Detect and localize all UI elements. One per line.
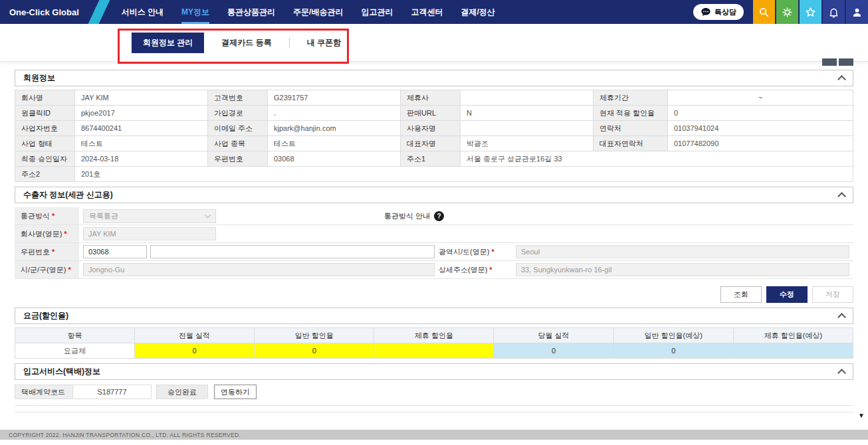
column-header: 제휴 할인율	[374, 328, 494, 343]
nav-item-2[interactable]: MY정보	[181, 0, 209, 24]
field-label: 사업 종목	[208, 136, 268, 151]
field-value: kjpark@hanjin.com	[268, 121, 401, 136]
exporter-info-header: 수출자 정보(세관 신고용)	[15, 187, 853, 203]
field-value: JAY KIM	[75, 90, 208, 106]
mini-toolbar	[822, 58, 853, 66]
inbound-service-panel: 입고서비스(택배)정보 택배계약코드 S187777 승인완료 연동하기	[15, 363, 853, 412]
approval-status-badge: 승인완료	[156, 385, 208, 399]
column-header: 당월 실적	[494, 328, 613, 343]
save-button[interactable]: 저장	[812, 286, 853, 303]
settings-button[interactable]	[776, 0, 798, 24]
brand-accent-slash	[88, 0, 110, 24]
field-value: 서울 종로구 성균관로16길 33	[461, 151, 853, 167]
search-button[interactable]	[753, 0, 775, 24]
fee-info-panel: 요금(할인율) 항목전월 실적일반 할인율제휴 할인율당월 실적일반 할인율(예…	[15, 308, 853, 359]
field-value: 2024-03-18	[75, 151, 208, 167]
mini-toolbar-button-1[interactable]	[822, 58, 837, 66]
field-value: 01037941024	[668, 121, 853, 136]
inbound-service-header: 입고서비스(택배)정보	[15, 363, 853, 380]
zip-fields	[79, 244, 439, 260]
column-header: 전월 실적	[135, 328, 255, 343]
detail-address-input	[516, 263, 849, 276]
field-label: 판매URL	[401, 106, 461, 121]
notifications-button[interactable]	[823, 0, 845, 24]
brand-logo[interactable]: One-Click Global	[9, 7, 79, 17]
zip-address-input[interactable]	[150, 245, 435, 258]
column-header: 항목	[15, 328, 135, 343]
zip-label: 우편번호*	[15, 243, 79, 260]
column-header: 제휴 할인율(예상)	[733, 328, 853, 343]
selected-option: 목록통관	[89, 211, 118, 221]
footer-bar: COPYRIGHT 2022. HANJIN TRANSPORTATION CO…	[0, 430, 868, 440]
field-value: 8674400241	[75, 121, 208, 136]
inbound-service-body: 택배계약코드 S187777 승인완료 연동하기	[15, 380, 853, 406]
customs-help: 통관방식 안내 ?	[384, 211, 444, 221]
account-button[interactable]	[846, 0, 868, 24]
search-icon	[758, 7, 770, 18]
mini-toolbar-button-2[interactable]	[839, 58, 853, 66]
nav-item-1[interactable]: 서비스 안내	[122, 0, 163, 24]
field-value: pkjoe2017	[75, 106, 208, 121]
favorites-button[interactable]	[800, 0, 821, 24]
field-label: 우편번호	[208, 151, 268, 167]
consult-chat-button[interactable]: 특상담	[693, 4, 744, 20]
collapse-chevron-icon[interactable]	[837, 192, 846, 201]
field-value: 0	[613, 343, 733, 359]
required-asterisk: *	[52, 212, 54, 220]
required-asterisk: *	[52, 248, 54, 256]
member-info-header: 회원정보	[15, 70, 853, 86]
fee-info-title: 요금(할인율)	[23, 310, 68, 321]
field-value: 테스트	[268, 136, 401, 151]
subnav-item-member-info[interactable]: 회원정보 관리	[132, 33, 204, 53]
field-value: 0	[135, 343, 255, 359]
field-label: 최종 승인일자	[15, 151, 75, 167]
label-text: 우편번호	[21, 247, 50, 257]
field-label: 연락처	[594, 121, 668, 136]
nav-item-6[interactable]: 고객센터	[411, 0, 443, 24]
field-value: 박광조	[461, 136, 594, 151]
nav-item-3[interactable]: 통관상품관리	[227, 0, 275, 24]
district-input	[83, 263, 435, 276]
zip-code-input[interactable]	[83, 245, 147, 258]
label-text: 광역시/도(영문)	[439, 247, 489, 257]
copyright-text: COPYRIGHT 2022. HANJIN TRANSPORTATION CO…	[9, 432, 241, 438]
section-divider	[15, 412, 853, 412]
field-value: ~	[668, 90, 853, 106]
company-en-input	[83, 227, 216, 240]
subnav-item-coupon-box[interactable]: 내 쿠폰함	[307, 37, 341, 48]
courier-contract-value: S187777	[73, 385, 152, 399]
province-field	[512, 244, 853, 260]
link-account-button[interactable]: 연동하기	[214, 385, 257, 399]
nav-item-4[interactable]: 주문/배송관리	[293, 0, 343, 24]
bell-icon	[828, 7, 839, 18]
field-value: 0	[668, 106, 853, 121]
field-label: 가입경로	[208, 106, 268, 121]
scroll-down-icon[interactable]: ▼	[858, 412, 865, 419]
search-lookup-button[interactable]: 조회	[720, 286, 762, 303]
column-header: 일반 할인율	[255, 328, 374, 343]
label-text: 시/군/구(영문)	[21, 265, 66, 275]
collapse-chevron-icon[interactable]	[837, 369, 846, 377]
required-asterisk: *	[68, 266, 70, 274]
user-icon	[851, 7, 863, 18]
exporter-info-title: 수출자 정보(세관 신고용)	[23, 189, 113, 201]
star-icon	[805, 7, 816, 18]
help-question-icon[interactable]: ?	[434, 211, 444, 221]
courier-contract-row: 택배계약코드 S187777 승인완료 연동하기	[15, 385, 853, 399]
detail-address-field	[512, 262, 853, 278]
field-label: 대표자연락처	[594, 136, 668, 151]
chevron-down-icon	[205, 212, 211, 219]
field-label: 사업자번호	[15, 121, 75, 136]
district-row: 시/군/구(영문)* 상세주소(영문)*	[15, 261, 853, 279]
edit-button[interactable]: 수정	[766, 286, 808, 303]
nav-item-7[interactable]: 결제/정산	[461, 0, 494, 24]
main-nav: 서비스 안내MY정보통관상품관리주문/배송관리입고관리고객센터결제/정산	[122, 0, 495, 24]
customs-method-label: 통관방식*	[15, 207, 79, 224]
nav-item-5[interactable]: 입고관리	[361, 0, 393, 24]
customs-method-field: 목록통관 통관방식 안내 ?	[79, 208, 448, 224]
collapse-chevron-icon[interactable]	[837, 75, 846, 84]
subnav-item-payment-card[interactable]: 결제카드 등록	[221, 37, 271, 48]
collapse-chevron-icon[interactable]	[837, 313, 846, 321]
field-value: 0	[255, 343, 374, 359]
label-text: 상세주소(영문)	[439, 265, 487, 275]
